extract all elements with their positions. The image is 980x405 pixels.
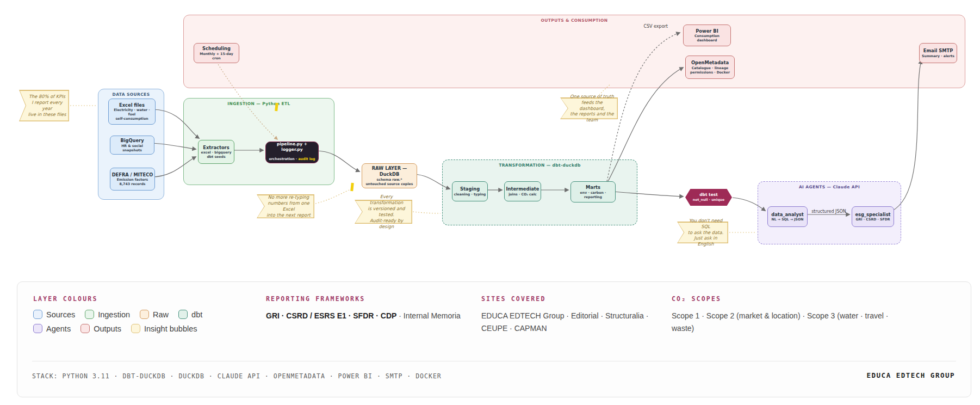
node-title: data_analyst [771,212,804,218]
raw-swatch [140,310,149,319]
node-subtitle: untouched source copies [365,182,413,186]
node-subtitle: dbt seeds [207,155,225,159]
node-intermediate: Intermediate joins · CO₂ calc [504,181,541,201]
node-title: Email SMTP [923,48,953,54]
label-structured-json: structured JSON [808,209,850,214]
node-title: Intermediate [506,186,539,192]
node-title: Extractors [203,145,229,151]
legend-heading: SITES COVERED [481,295,655,303]
node-subtitle: excel · bigquery [201,150,232,155]
node-title: RAW LAYER — DuckDB [363,165,415,177]
node-subtitle: Emission factors [117,177,148,182]
stack-line: STACK: PYTHON 3.11 · DBT-DUCKDB · DUCKDB… [32,372,442,380]
frameworks-text: GRI · CSRD / ESRS E1 · SFDR · CDP · Inte… [266,310,483,322]
sites-text: EDUCA EDTECH Group · Editorial · Structu… [481,310,655,335]
node-subtitle: HR & social snapshots [111,144,153,152]
node-raw-layer-duckdb: RAW LAYER — DuckDB schema raw.* untouche… [362,163,417,188]
node-subtitle: orchestration · audit log [269,152,315,163]
label-csv-export: CSV export [641,24,668,29]
node-extractors: Extractors excel · bigquery dbt seeds [198,140,234,164]
agents-swatch [33,324,42,333]
node-marts: Marts env · carbon · reporting [570,181,616,202]
node-power-bi: Power BI Consumption dashboard [683,24,731,46]
ai-agents-title: AI AGENTS — Claude API [758,185,901,189]
node-staging: Staging cleaning · typing [452,181,488,201]
node-openmetadata: OpenMetadata Catalogue · lineage permiss… [685,56,735,79]
connector-bubble2-to-raw [315,188,353,204]
scopes-text: Scope 1 · Scope 2 (market & location) · … [672,310,900,335]
insight-bubble-versioned: Every transformation is versioned and te… [355,200,412,224]
legend-items: Sources Ingestion Raw dbt Agents [33,310,221,333]
node-subtitle: 8,743 records [119,182,145,186]
node-title: Excel files [119,102,145,108]
node-excel-files: Excel files Electricity · water · fuel s… [108,99,156,125]
node-scheduling: Scheduling Monthly + 15-day cron [194,43,239,63]
ingestion-swatch [85,310,94,319]
legend-heading: REPORTING FRAMEWORKS [266,295,483,303]
node-data-analyst: data_analyst NL → SQL → JSON [767,206,808,227]
data-sources-title: DATA SOURCES [98,92,164,97]
node-subtitle: GRI · CSRD · SFDR [855,217,890,222]
outputs-container-title: OUTPUTS & CONSUMPTION [184,18,965,23]
insight-bubbles-swatch [131,324,140,333]
node-subtitle: joins · CO₂ calc [508,192,537,197]
connector-bubble3-to-transformation [413,212,441,213]
node-subtitle: Catalogue · lineage [692,66,729,70]
node-title: Power BI [696,28,718,34]
bubble-text: Every transformation is versioned and te… [355,200,412,224]
legend-reporting-frameworks: REPORTING FRAMEWORKS GRI · CSRD / ESRS E… [266,295,483,322]
panel-divider [32,361,956,361]
node-pipeline-logger: pipeline.py + logger.py orchestration · … [265,142,319,163]
insight-bubble-source-of-truth: One source of truth feeds the dashboard,… [560,97,618,119]
node-title: pipeline.py + logger.py [267,142,317,152]
node-dbt-test: dbt test not_null · unique [685,189,732,206]
node-subtitle: not_null · unique [693,198,724,202]
node-title: OpenMetadata [691,60,729,66]
bubble-text: The 80% of KPIs I report every year live… [19,90,69,121]
node-subtitle: NL → SQL → JSON [772,217,804,222]
outputs-consumption-container: OUTPUTS & CONSUMPTION [183,15,965,88]
node-title: Scheduling [202,46,231,52]
node-subtitle: self-consumption [115,116,148,121]
node-subtitle: Electricity · water · fuel [110,108,154,116]
node-subtitle: env · carbon · reporting [572,191,614,199]
highlighted-text: audit log [298,157,315,161]
node-title: DEFRA / MITECO [112,172,153,178]
legend-co2-scopes: CO₂ SCOPES Scope 1 · Scope 2 (market & l… [672,295,900,335]
node-title: BigQuery [120,138,144,144]
node-subtitle: cleaning · typing [454,192,486,197]
bubble-text: No more re-typing numbers from one Excel… [257,194,314,218]
node-bigquery: BigQuery HR & social snapshots [110,136,154,155]
bubble-text: One source of truth feeds the dashboard,… [560,97,618,119]
legend-item-dbt: dbt [178,310,202,319]
outputs-swatch [80,324,90,333]
legend-heading: CO₂ SCOPES [672,295,900,303]
node-subtitle: Summary · alerts [922,54,954,58]
node-esg-specialist: esg_specialist GRI · CSRD · SFDR [852,206,894,227]
legend-item-sources: Sources [33,310,75,319]
insight-bubble-no-sql: You don't need SQL to ask the data. Just… [677,222,728,243]
dbt-swatch [178,310,188,319]
node-title: esg_specialist [855,212,890,218]
pipeline-diagram-page: OUTPUTS & CONSUMPTION DATA SOURCES INGES… [0,0,980,405]
legend-heading: LAYER COLOURS [33,295,221,303]
transformation-title: TRANSFORMATION — dbt-duckdb [443,163,637,168]
node-defra-miteco: DEFRA / MITECO Emission factors 8,743 re… [110,168,155,191]
legend-sites-covered: SITES COVERED EDUCA EDTECH Group · Edito… [481,295,655,335]
node-subtitle: Monthly + 15-day cron [195,52,238,60]
legend-item-agents: Agents [33,324,71,333]
legend-item-outputs: Outputs [80,324,121,333]
node-subtitle: Consumption dashboard [685,34,729,42]
yellow-highlight-mark [350,183,354,191]
legend-item-raw: Raw [140,310,169,319]
ingestion-title: INGESTION — Python ETL [184,101,334,106]
node-subtitle: permissions · Docker [690,70,730,75]
legend-panel: LAYER COLOURS Sources Ingestion Raw dbt [17,281,971,397]
legend-item-insight-bubbles: Insight bubbles [131,324,197,333]
node-title: dbt test [699,192,718,198]
bubble-text: You don't need SQL to ask the data. Just… [677,222,728,243]
node-title: Marts [586,185,600,191]
node-email-smtp: Email SMTP Summary · alerts [919,43,957,63]
sources-swatch [33,310,42,319]
node-subtitle: schema raw.* [377,177,402,182]
